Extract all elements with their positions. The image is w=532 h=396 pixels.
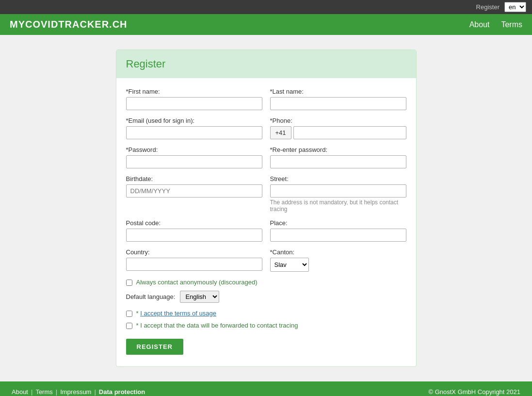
anonymous-label: Always contact anonymously (discouraged) <box>136 279 258 286</box>
birthdate-street-row: Birthdate: Street: The address is not ma… <box>126 175 406 213</box>
phone-input[interactable] <box>293 126 406 139</box>
email-label: *Email (used for sign in): <box>126 117 262 124</box>
top-bar: Register en de fr it <box>0 0 532 14</box>
country-label: Country: <box>126 248 262 256</box>
default-lang-select[interactable]: English German French Italian <box>180 291 219 303</box>
register-form-card: Register *First name: *Last name: *Email… <box>116 50 417 367</box>
birthdate-label: Birthdate: <box>126 175 262 182</box>
footer-sep-1: | <box>31 388 32 396</box>
reenter-password-input[interactable] <box>270 155 406 168</box>
birthdate-input[interactable] <box>126 184 262 198</box>
footer-terms[interactable]: Terms <box>35 388 52 396</box>
lang-row: Default language: English German French … <box>126 291 406 303</box>
last-name-label: *Last name: <box>270 88 406 95</box>
first-name-group: *First name: <box>126 88 262 110</box>
data-forwarding-checkbox[interactable] <box>126 323 132 329</box>
footer-copyright: © GnostX GmbH Copyright 2021 <box>429 388 521 396</box>
name-row: *First name: *Last name: <box>126 88 406 110</box>
country-input[interactable] <box>126 258 262 271</box>
data-forwarding-label: * I accept that the data will be forward… <box>136 322 298 329</box>
phone-label: *Phone: <box>270 117 406 124</box>
last-name-group: *Last name: <box>270 88 406 110</box>
footer-impressum[interactable]: Impressum <box>60 388 91 396</box>
footer: About | Terms | Impressum | Data protect… <box>0 381 532 396</box>
country-canton-row: Country: *Canton: Slav AG AI AR BE BL BS… <box>126 248 406 272</box>
first-name-label: *First name: <box>126 88 262 95</box>
canton-select[interactable]: Slav AG AI AR BE BL BS FR GE GL GR JU LU… <box>270 258 309 272</box>
anonymous-row: Always contact anonymously (discouraged) <box>126 279 406 286</box>
default-lang-label: Default language: <box>126 293 176 300</box>
postal-code-group: Postal code: <box>126 219 262 242</box>
main-content: Register *First name: *Last name: *Email… <box>0 35 532 381</box>
form-body: *First name: *Last name: *Email (used fo… <box>116 78 416 366</box>
password-label: *Password: <box>126 146 262 153</box>
reenter-password-group: *Re-enter password: <box>270 146 406 168</box>
password-input[interactable] <box>126 155 262 168</box>
nav-about[interactable]: About <box>469 20 490 29</box>
form-title: Register <box>126 58 406 70</box>
form-card-header: Register <box>116 50 416 78</box>
password-group: *Password: <box>126 146 262 168</box>
postal-code-label: Postal code: <box>126 219 262 227</box>
phone-input-wrap: +41 <box>270 126 406 139</box>
email-phone-row: *Email (used for sign in): *Phone: +41 <box>126 117 406 139</box>
place-group: Place: <box>270 219 406 242</box>
header: MYCOVIDTRACKER.CH About Terms <box>0 14 532 35</box>
footer-sep-3: | <box>94 388 96 396</box>
terms-checkbox[interactable] <box>126 311 132 317</box>
reenter-password-label: *Re-enter password: <box>270 146 406 153</box>
phone-prefix: +41 <box>270 126 291 139</box>
email-group: *Email (used for sign in): <box>126 117 262 139</box>
anonymous-checkbox[interactable] <box>126 280 132 286</box>
street-label: Street: <box>270 175 406 182</box>
register-link[interactable]: Register <box>476 3 500 11</box>
terms-link[interactable]: I accept the terms of usage <box>140 310 216 317</box>
birthdate-group: Birthdate: <box>126 175 262 213</box>
footer-data-protection[interactable]: Data protection <box>99 388 145 396</box>
footer-about[interactable]: About <box>12 388 28 396</box>
phone-group: *Phone: +41 <box>270 117 406 139</box>
country-group: Country: <box>126 248 262 272</box>
data-forwarding-row: * I accept that the data will be forward… <box>126 322 406 329</box>
nav-terms[interactable]: Terms <box>501 20 522 29</box>
password-row: *Password: *Re-enter password: <box>126 146 406 168</box>
first-name-input[interactable] <box>126 97 262 110</box>
postal-place-row: Postal code: Place: <box>126 219 406 242</box>
terms-row: * I accept the terms of usage <box>126 310 406 317</box>
header-nav: About Terms <box>469 20 522 29</box>
canton-label: *Canton: <box>270 248 406 256</box>
site-logo: MYCOVIDTRACKER.CH <box>10 19 128 30</box>
address-hint: The address is not mandatory, but it hel… <box>270 199 406 213</box>
postal-code-input[interactable] <box>126 229 262 242</box>
terms-label: * I accept the terms of usage <box>136 310 216 317</box>
footer-sep-2: | <box>56 388 57 396</box>
language-select[interactable]: en de fr it <box>504 2 526 12</box>
footer-links: About | Terms | Impressum | Data protect… <box>12 388 145 396</box>
place-label: Place: <box>270 219 406 227</box>
register-button[interactable]: REGISTER <box>126 339 183 355</box>
last-name-input[interactable] <box>270 97 406 110</box>
street-group: Street: The address is not mandatory, bu… <box>270 175 406 213</box>
place-input[interactable] <box>270 229 406 242</box>
email-input[interactable] <box>126 126 262 139</box>
street-input[interactable] <box>270 184 406 198</box>
canton-group: *Canton: Slav AG AI AR BE BL BS FR GE GL… <box>270 248 406 272</box>
